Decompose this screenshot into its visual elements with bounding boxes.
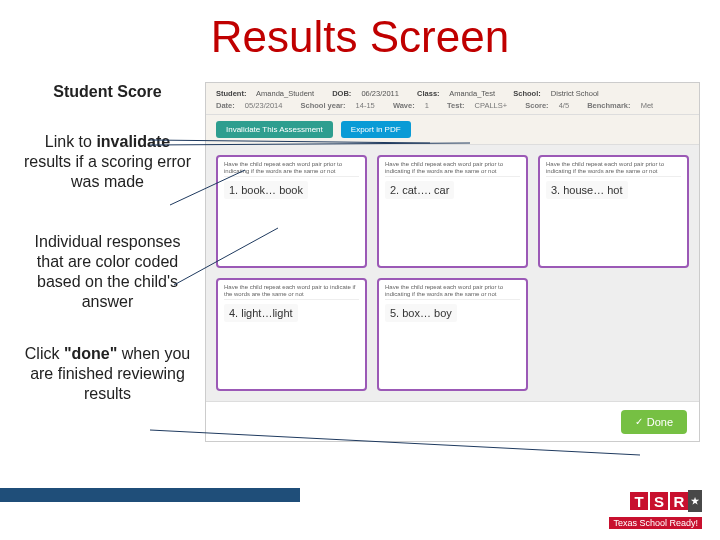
- slide-title: Results Screen: [0, 12, 720, 62]
- response-card: Have the child repeat each word pair pri…: [216, 155, 367, 268]
- tsr-logo: T S R ★: [628, 490, 702, 512]
- label: Class:: [417, 89, 440, 98]
- response-card: Have the child repeat each word pair to …: [216, 278, 367, 391]
- app-footer: Done: [206, 401, 699, 441]
- label: School:: [513, 89, 541, 98]
- value: 4/5: [559, 101, 569, 110]
- label: Test:: [447, 101, 464, 110]
- value: District School: [551, 89, 599, 98]
- results-app: Student: Amanda_Student DOB: 06/23/2011 …: [205, 82, 700, 442]
- text: results if a scoring error was made: [24, 153, 191, 190]
- decorative-bar: [0, 488, 300, 502]
- value: Amanda_Student: [256, 89, 314, 98]
- card-prompt: Have the child repeat each word pair to …: [224, 284, 359, 300]
- label: Score:: [525, 101, 548, 110]
- button-row: Invalidate This Assessment Export in PDF: [206, 115, 699, 145]
- response-card: Have the child repeat each word pair pri…: [377, 155, 528, 268]
- export-pdf-button[interactable]: Export in PDF: [341, 121, 411, 138]
- card-prompt: Have the child repeat each word pair pri…: [385, 284, 520, 300]
- value: 14-15: [356, 101, 375, 110]
- logo-letter: S: [648, 490, 670, 512]
- card-answer: 5. box… boy: [385, 304, 457, 322]
- brand-tagline: Texas School Ready!: [609, 517, 702, 529]
- text-bold: "done": [64, 345, 117, 362]
- card-answer: 4. light…light: [224, 304, 298, 322]
- annotation-done: Click "done" when you are finished revie…: [20, 344, 195, 404]
- content-row: Student Score Link to invalidate results…: [0, 82, 720, 442]
- label: Benchmark:: [587, 101, 630, 110]
- logo-letter: R: [668, 490, 690, 512]
- value: CPALLS+: [475, 101, 508, 110]
- card-answer: 2. cat…. car: [385, 181, 454, 199]
- label: Wave:: [393, 101, 415, 110]
- label: Date:: [216, 101, 235, 110]
- value: Amanda_Test: [449, 89, 495, 98]
- card-answer: 1. book… book: [224, 181, 308, 199]
- done-button[interactable]: Done: [621, 410, 687, 434]
- label: DOB:: [332, 89, 351, 98]
- header-row-1: Student: Amanda_Student DOB: 06/23/2011 …: [216, 89, 689, 98]
- value: 05/23/2014: [245, 101, 283, 110]
- star-icon: ★: [688, 490, 702, 512]
- invalidate-button[interactable]: Invalidate This Assessment: [216, 121, 333, 138]
- header-row-2: Date: 05/23/2014 School year: 14-15 Wave…: [216, 101, 689, 110]
- cards-grid: Have the child repeat each word pair pri…: [206, 145, 699, 401]
- app-header: Student: Amanda_Student DOB: 06/23/2011 …: [206, 83, 699, 115]
- response-card: Have the child repeat each word pair pri…: [377, 278, 528, 391]
- annotations-column: Student Score Link to invalidate results…: [0, 82, 205, 442]
- value: 1: [425, 101, 429, 110]
- annotation-responses: Individual responses that are color code…: [20, 232, 195, 312]
- card-answer: 3. house… hot: [546, 181, 628, 199]
- text: Link to: [45, 133, 97, 150]
- card-prompt: Have the child repeat each word pair pri…: [546, 161, 681, 177]
- response-card: Have the child repeat each word pair pri…: [538, 155, 689, 268]
- text: Click: [25, 345, 64, 362]
- card-prompt: Have the child repeat each word pair pri…: [224, 161, 359, 177]
- annotation-invalidate: Link to invalidate results if a scoring …: [20, 132, 195, 192]
- label: Student:: [216, 89, 246, 98]
- annotation-heading: Student Score: [20, 82, 195, 102]
- brand-block: T S R ★ Texas School Ready!: [609, 490, 702, 530]
- label: School year:: [301, 101, 346, 110]
- value: 06/23/2011: [361, 89, 399, 98]
- value: Met: [641, 101, 654, 110]
- logo-letter: T: [628, 490, 650, 512]
- text-bold: invalidate: [96, 133, 170, 150]
- card-prompt: Have the child repeat each word pair pri…: [385, 161, 520, 177]
